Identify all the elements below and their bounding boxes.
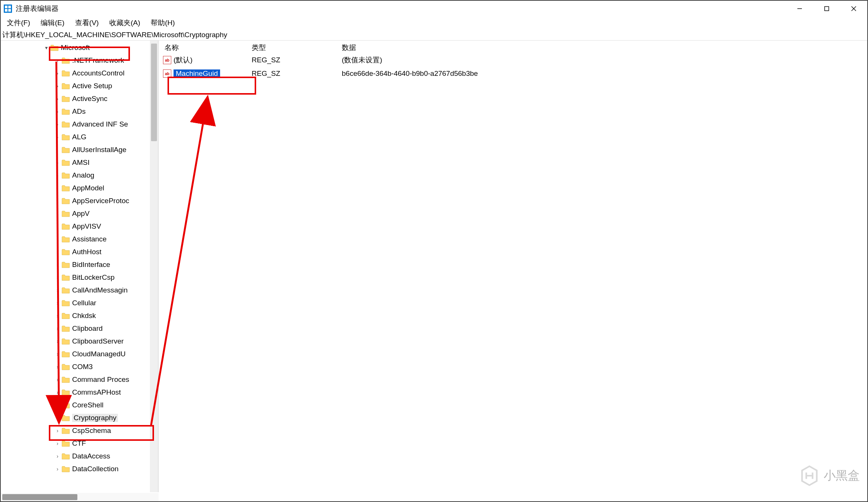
tree-label: DataAccess — [72, 452, 110, 460]
expand-icon[interactable]: › — [54, 364, 61, 370]
tree-item[interactable]: ›Cellular — [54, 297, 158, 309]
expand-icon[interactable]: › — [54, 274, 61, 280]
maximize-button[interactable] — [813, 1, 840, 17]
tree-item[interactable]: ›AppServiceProtoc — [54, 194, 158, 207]
expand-icon[interactable]: › — [54, 453, 61, 459]
tree-item[interactable]: ›CallAndMessagin — [54, 284, 158, 297]
tree-item[interactable]: ›AuthHost — [54, 246, 158, 258]
watermark-icon — [799, 465, 820, 486]
menu-edit[interactable]: 编辑(E) — [41, 18, 64, 28]
tree-item[interactable]: ›Command Proces — [54, 373, 158, 386]
expand-icon[interactable]: › — [54, 96, 61, 102]
expand-icon[interactable]: › — [54, 326, 61, 332]
tree-item[interactable]: ›DataCollection — [54, 463, 158, 475]
value-name: MachineGuid — [174, 69, 220, 78]
expand-icon[interactable]: › — [54, 211, 61, 217]
tree-item[interactable]: AllUserInstallAge — [54, 143, 158, 156]
expand-icon[interactable]: › — [54, 121, 61, 127]
folder-icon — [62, 83, 70, 89]
tree-item[interactable]: ›AppModel — [54, 182, 158, 194]
tree-item[interactable]: ›ALG — [54, 131, 158, 143]
tree-item[interactable]: ›CloudManagedU — [54, 348, 158, 360]
tree-item[interactable]: AppVISV — [54, 220, 158, 233]
tree-item[interactable]: ›ActiveSync — [54, 92, 158, 105]
tree-item-microsoft[interactable]: ▾Microsoft — [43, 41, 158, 54]
minimize-button[interactable] — [786, 1, 813, 17]
tree-item[interactable]: ›ClipboardServer — [54, 335, 158, 348]
value-row[interactable]: ab(默认)REG_SZ(数值未设置) — [162, 53, 864, 67]
tree-label: .NETFramework — [72, 56, 124, 65]
tree-vertical-scrollbar[interactable] — [150, 41, 158, 492]
tree-item[interactable]: ›CspSchema — [54, 424, 158, 437]
folder-icon — [62, 287, 70, 294]
expand-icon[interactable]: › — [54, 466, 61, 472]
expand-icon[interactable]: › — [54, 428, 61, 434]
menu-file[interactable]: 文件(F) — [7, 18, 30, 28]
expand-icon[interactable]: › — [54, 185, 61, 191]
folder-icon — [62, 236, 70, 243]
tree-label: Command Proces — [72, 375, 129, 384]
expand-icon[interactable]: › — [54, 338, 61, 344]
tree-horizontal-scrollbar[interactable] — [1, 493, 159, 501]
expand-icon[interactable]: › — [54, 313, 61, 319]
expand-icon[interactable]: › — [54, 172, 61, 178]
address-bar[interactable]: 计算机\HKEY_LOCAL_MACHINE\SOFTWARE\Microsof… — [1, 29, 867, 41]
tree-label: Microsoft — [61, 44, 90, 52]
scrollbar-thumb[interactable] — [2, 494, 77, 500]
expand-icon[interactable]: › — [54, 134, 61, 140]
expand-icon[interactable]: › — [54, 402, 61, 408]
tree-item[interactable]: ›Active Setup — [54, 80, 158, 92]
expand-icon[interactable]: › — [54, 300, 61, 306]
expand-icon[interactable]: › — [54, 351, 61, 357]
expand-icon[interactable]: › — [54, 109, 61, 115]
col-header-type[interactable]: 类型 — [252, 43, 342, 53]
expand-icon[interactable]: › — [54, 389, 61, 395]
collapse-icon[interactable]: ▾ — [43, 45, 50, 51]
tree-item[interactable]: ›AppV — [54, 207, 158, 220]
registry-tree[interactable]: ▾Microsoft›.NETFramework›AccountsControl… — [1, 41, 158, 492]
tree-item[interactable]: ›CoreShell — [54, 399, 158, 412]
tree-item[interactable]: ›BidInterface — [54, 258, 158, 271]
tree-item[interactable]: ›DataAccess — [54, 450, 158, 463]
tree-item[interactable]: ›CommsAPHost — [54, 386, 158, 399]
tree-item[interactable]: ›BitLockerCsp — [54, 271, 158, 284]
tree-item[interactable]: ›Assistance — [54, 233, 158, 246]
expand-icon[interactable]: › — [54, 236, 61, 242]
scrollbar-thumb[interactable] — [151, 44, 157, 141]
expand-icon[interactable]: › — [54, 160, 61, 166]
expand-icon[interactable]: › — [54, 249, 61, 255]
tree-label: Clipboard — [72, 324, 103, 333]
tree-item[interactable]: ›Cryptography — [54, 412, 158, 424]
close-button[interactable] — [840, 1, 867, 17]
menu-favorites[interactable]: 收藏夹(A) — [109, 18, 140, 28]
menu-view[interactable]: 查看(V) — [75, 18, 99, 28]
expand-icon[interactable]: › — [54, 198, 61, 204]
tree-item[interactable]: ›AMSI — [54, 156, 158, 169]
folder-icon — [62, 312, 70, 319]
tree-item[interactable]: ›.NETFramework — [54, 54, 158, 67]
tree-item[interactable]: ›Chkdsk — [54, 309, 158, 322]
expand-icon[interactable]: › — [54, 287, 61, 293]
folder-icon — [62, 261, 70, 268]
tree-item[interactable]: ›ADs — [54, 105, 158, 118]
tree-item[interactable]: ›AccountsControl — [54, 67, 158, 80]
expand-icon[interactable]: › — [54, 440, 61, 446]
tree-item[interactable]: ›CTF — [54, 437, 158, 450]
expand-icon[interactable]: › — [54, 57, 61, 63]
value-row[interactable]: abMachineGuidREG_SZb6ce66de-364b-4640-b9… — [162, 67, 864, 80]
expand-icon[interactable]: › — [54, 83, 61, 89]
expand-icon[interactable]: › — [54, 262, 61, 268]
menu-help[interactable]: 帮助(H) — [151, 18, 175, 28]
folder-icon — [62, 185, 70, 191]
tree-item[interactable]: ›Analog — [54, 169, 158, 182]
expand-icon[interactable]: › — [54, 70, 61, 76]
col-header-name[interactable]: 名称 — [162, 43, 252, 53]
tree-item[interactable]: ›Advanced INF Se — [54, 118, 158, 131]
folder-icon — [62, 134, 70, 140]
tree-item[interactable]: ›COM3 — [54, 360, 158, 373]
tree-item[interactable]: ›Clipboard — [54, 322, 158, 335]
tree-label: AccountsControl — [72, 69, 124, 77]
expand-icon[interactable]: › — [54, 377, 61, 383]
expand-icon[interactable]: › — [54, 415, 61, 421]
col-header-data[interactable]: 数据 — [342, 43, 864, 53]
